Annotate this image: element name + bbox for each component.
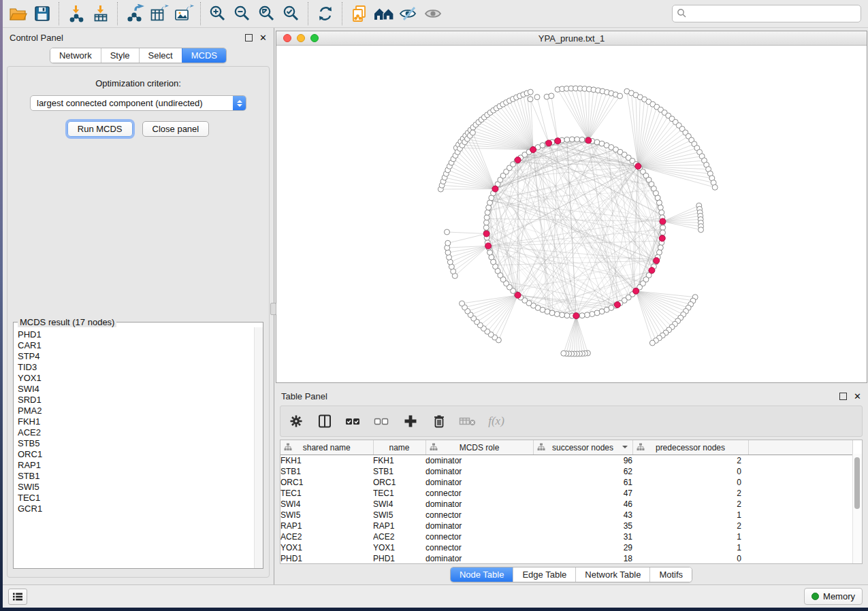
mcds-result-item[interactable]: SWI5 — [18, 482, 263, 493]
mcds-result-item[interactable]: ORC1 — [18, 449, 263, 460]
graph-node[interactable] — [560, 312, 565, 318]
graph-node[interactable] — [564, 313, 570, 318]
graph-node[interactable] — [658, 205, 663, 210]
graph-leaf-node[interactable] — [528, 97, 533, 102]
table-row[interactable]: ACE2ACE2connector311 — [280, 531, 853, 542]
tab-motifs[interactable]: Motifs — [649, 567, 692, 582]
graph-dominator-node[interactable] — [585, 137, 592, 144]
column-header-successor-nodes[interactable]: successor nodes — [533, 440, 632, 455]
table-row[interactable]: YOX1YOX1connector291 — [280, 542, 853, 553]
graph-node[interactable] — [579, 137, 585, 142]
mcds-result-list[interactable]: PHD1CAR1STP4TID3YOX1SWI4SRD1PMA2FKH1ACE2… — [14, 327, 263, 568]
graph-leaf-node[interactable] — [698, 227, 704, 233]
mcds-list-scrollbar[interactable] — [254, 327, 263, 568]
graph-dominator-node[interactable] — [515, 292, 521, 298]
graph-dominator-node[interactable] — [659, 235, 665, 242]
graph-node[interactable] — [485, 210, 490, 215]
graph-node[interactable] — [554, 312, 560, 317]
close-table-panel-icon[interactable]: ✕ — [854, 392, 861, 401]
table-row[interactable]: PHD1PHD1dominator180 — [280, 553, 853, 564]
graph-dominator-node[interactable] — [515, 157, 521, 163]
hide-graphics-details-icon[interactable] — [396, 1, 421, 26]
tab-network[interactable]: Network — [50, 48, 101, 63]
table-row[interactable]: SWI5SWI5connector431 — [280, 510, 853, 521]
refresh-icon[interactable] — [313, 1, 338, 26]
memory-button[interactable]: Memory — [804, 588, 863, 605]
graph-dominator-node[interactable] — [485, 243, 492, 249]
table-scrollbar-thumb[interactable] — [854, 457, 860, 509]
import-table-icon[interactable] — [89, 1, 113, 26]
column-header-name[interactable]: name — [373, 440, 425, 455]
table-row[interactable]: ORC1ORC1dominator610 — [280, 477, 853, 488]
graph-dominator-node[interactable] — [555, 138, 561, 144]
mcds-result-item[interactable]: STB1 — [18, 471, 263, 482]
graph-leaf-node[interactable] — [561, 350, 566, 356]
graph-node[interactable] — [660, 225, 666, 230]
tab-network-table[interactable]: Network Table — [575, 567, 649, 582]
close-panel-button[interactable]: Close panel — [142, 121, 210, 137]
mcds-result-item[interactable]: SWI4 — [18, 384, 263, 395]
column-header-shared-name[interactable]: shared name — [280, 440, 373, 455]
graph-dominator-node[interactable] — [546, 140, 552, 146]
mcds-result-item[interactable]: ACE2 — [18, 427, 263, 438]
graph-dominator-node[interactable] — [530, 146, 536, 152]
graph-node[interactable] — [594, 310, 600, 316]
graph-node[interactable] — [483, 225, 489, 230]
table-row[interactable]: FKH1FKH1dominator962 — [280, 455, 853, 467]
mcds-result-item[interactable]: FKH1 — [18, 416, 263, 427]
float-table-panel-icon[interactable] — [839, 393, 847, 400]
tab-style[interactable]: Style — [101, 48, 139, 63]
table-row[interactable]: SWI4SWI4dominator462 — [280, 499, 853, 510]
graph-node[interactable] — [584, 312, 590, 318]
zoom-fit-icon[interactable] — [255, 1, 279, 26]
mcds-result-item[interactable]: YOX1 — [18, 373, 263, 384]
graph-node[interactable] — [564, 137, 570, 142]
tab-edge-table[interactable]: Edge Table — [513, 567, 575, 582]
mcds-result-item[interactable]: PHD1 — [18, 329, 263, 340]
graph-node[interactable] — [569, 137, 575, 142]
graph-leaf-node[interactable] — [445, 229, 450, 235]
graph-dominator-node[interactable] — [614, 301, 620, 308]
graph-dominator-node[interactable] — [649, 267, 655, 274]
export-table-icon[interactable] — [147, 1, 172, 26]
zoom-out-icon[interactable] — [230, 1, 255, 26]
graph-leaf-node[interactable] — [460, 301, 465, 306]
mcds-result-item[interactable]: STB5 — [18, 438, 263, 449]
graph-node[interactable] — [590, 312, 595, 317]
mcds-result-item[interactable]: TID3 — [18, 362, 263, 373]
graph-dominator-node[interactable] — [660, 218, 666, 225]
graph-leaf-node[interactable] — [617, 93, 623, 99]
gear-icon[interactable] — [287, 412, 305, 430]
search-input[interactable] — [672, 5, 861, 22]
delete-column-icon[interactable] — [430, 412, 448, 430]
mcds-result-item[interactable]: PMA2 — [18, 406, 263, 416]
tab-select[interactable]: Select — [139, 48, 182, 63]
column-header-predecessor-nodes[interactable]: predecessor nodes — [632, 440, 748, 455]
network-canvas[interactable] — [276, 46, 867, 382]
graph-dominator-node[interactable] — [633, 288, 639, 294]
graph-leaf-node[interactable] — [445, 240, 451, 246]
graph-node[interactable] — [484, 215, 489, 220]
node-table[interactable]: shared namenameMCDS rolesuccessor nodesp… — [280, 440, 853, 564]
mcds-result-item[interactable]: SRD1 — [18, 395, 263, 406]
mcds-result-item[interactable]: CAR1 — [18, 340, 263, 351]
open-file-icon[interactable] — [5, 1, 30, 26]
graph-leaf-node[interactable] — [528, 89, 533, 95]
graph-node[interactable] — [484, 220, 489, 225]
graph-leaf-node[interactable] — [712, 184, 718, 190]
graph-node[interactable] — [659, 210, 664, 215]
criterion-select[interactable]: largest connected component (undirected) — [30, 95, 246, 111]
float-panel-icon[interactable] — [245, 34, 253, 42]
mcds-result-item[interactable]: GCR1 — [18, 503, 263, 514]
zoom-selected-icon[interactable] — [279, 1, 304, 26]
graph-leaf-node[interactable] — [649, 340, 655, 346]
graph-dominator-node[interactable] — [573, 313, 579, 319]
columns-icon[interactable] — [316, 412, 334, 430]
mcds-result-item[interactable]: STP4 — [18, 351, 263, 362]
add-column-icon[interactable] — [402, 412, 419, 430]
deselect-all-icon[interactable] — [373, 412, 391, 430]
graph-node[interactable] — [660, 230, 665, 235]
splitter-handle[interactable] — [270, 303, 276, 315]
graph-dominator-node[interactable] — [492, 186, 498, 192]
task-history-button[interactable] — [8, 589, 27, 605]
